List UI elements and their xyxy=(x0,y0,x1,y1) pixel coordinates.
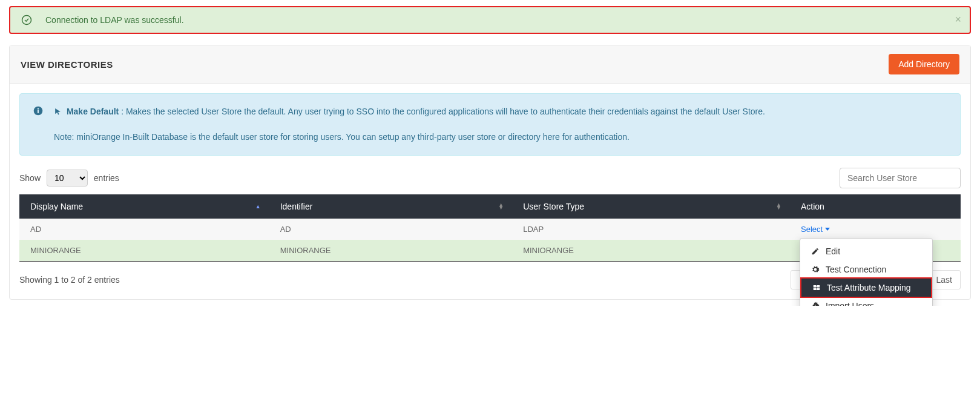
menu-edit[interactable]: Edit xyxy=(800,242,932,260)
info-icon xyxy=(33,106,43,116)
entries-label: entries xyxy=(94,173,119,183)
cloud-download-icon xyxy=(811,302,820,306)
action-dropdown-menu: Edit Test Connection Test Attribute Mapp… xyxy=(800,238,933,306)
search-input[interactable] xyxy=(840,168,961,188)
sort-down-icon: ▼ xyxy=(498,206,504,210)
info-make-default-label: Make Default xyxy=(67,107,119,116)
gear-icon xyxy=(811,265,820,274)
action-select-dropdown[interactable]: Select xyxy=(801,225,830,234)
cell-identifier: AD xyxy=(269,219,512,240)
info-line2-text: Note: miniOrange In-Built Database is th… xyxy=(54,130,765,144)
add-directory-button[interactable]: Add Directory xyxy=(889,54,959,74)
directories-table: Display Name ▲ Identifier ▲▼ User Store … xyxy=(19,194,961,262)
panel-title: VIEW DIRECTORIES xyxy=(21,59,113,70)
check-circle-icon xyxy=(21,15,32,25)
svg-point-0 xyxy=(22,16,31,25)
showing-text: Showing 1 to 2 of 2 entries xyxy=(19,275,120,285)
col-action: Action xyxy=(790,194,961,219)
cell-user-store-type: LDAP xyxy=(512,219,790,240)
cell-display-name: AD xyxy=(19,219,269,240)
cursor-icon xyxy=(54,106,62,119)
view-directories-panel: VIEW DIRECTORIES Add Directory Make Defa… xyxy=(9,45,971,300)
svg-point-2 xyxy=(38,108,39,109)
svg-rect-3 xyxy=(38,110,39,113)
menu-import-users[interactable]: Import Users xyxy=(800,297,932,306)
alert-message: Connection to LDAP was successful. xyxy=(45,15,184,25)
show-label: Show xyxy=(19,173,41,183)
col-identifier[interactable]: Identifier ▲▼ xyxy=(269,194,512,219)
sort-down-icon: ▼ xyxy=(776,206,781,210)
menu-test-attribute-mapping[interactable]: Test Attribute Mapping xyxy=(800,277,932,298)
entries-select[interactable]: 10 xyxy=(47,170,88,187)
col-display-name[interactable]: Display Name ▲ xyxy=(19,194,269,219)
caret-down-icon xyxy=(825,228,830,231)
panel-header: VIEW DIRECTORIES Add Directory xyxy=(10,45,970,84)
info-line1-text: Makes the selected User Store the defaul… xyxy=(126,107,765,116)
table-controls: Show 10 entries xyxy=(19,168,961,188)
col-user-store-type[interactable]: User Store Type ▲▼ xyxy=(512,194,790,219)
alert-success: Connection to LDAP was successful. × xyxy=(9,6,971,34)
cell-user-store-type: MINIORANGE xyxy=(512,240,790,262)
menu-test-connection[interactable]: Test Connection xyxy=(800,260,932,279)
cell-display-name: MINIORANGE xyxy=(19,240,269,262)
info-box: Make Default : Makes the selected User S… xyxy=(19,93,961,156)
cell-identifier: MINIORANGE xyxy=(269,240,512,262)
alert-close-button[interactable]: × xyxy=(955,13,961,26)
mapping-icon xyxy=(812,283,821,292)
sort-asc-icon: ▲ xyxy=(255,205,261,208)
edit-icon xyxy=(811,247,820,256)
table-row: AD AD LDAP Select xyxy=(19,219,961,240)
